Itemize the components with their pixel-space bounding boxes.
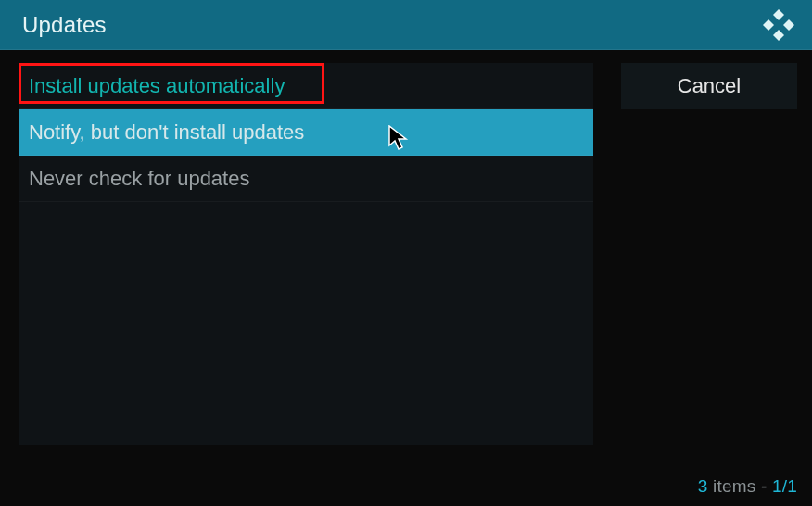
kodi-logo-icon (762, 8, 795, 42)
cancel-button-label: Cancel (678, 74, 741, 98)
status-bar: 3 items - 1/1 (698, 476, 797, 497)
svg-marker-2 (773, 30, 784, 41)
status-items-word-text: items (713, 476, 755, 496)
option-never-check[interactable]: Never check for updates (19, 156, 593, 202)
status-count: 3 (698, 476, 708, 496)
options-panel: Install updates automatically Notify, bu… (19, 63, 593, 445)
option-label: Notify, but don't install updates (29, 120, 304, 145)
updates-dialog: Updates Install updates automatically (0, 0, 812, 506)
option-install-automatically[interactable]: Install updates automatically (19, 63, 593, 109)
option-label: Never check for updates (29, 167, 249, 191)
dialog-title: Updates (22, 12, 107, 38)
titlebar: Updates (0, 0, 812, 50)
dialog-body: Install updates automatically Notify, bu… (0, 50, 812, 456)
options-pane: Install updates automatically Notify, bu… (0, 50, 612, 456)
svg-marker-1 (783, 19, 794, 31)
option-label: Install updates automatically (29, 74, 285, 98)
svg-marker-3 (763, 19, 774, 31)
cancel-button[interactable]: Cancel (621, 63, 797, 109)
status-page: 1/1 (772, 476, 797, 496)
svg-marker-0 (773, 9, 784, 20)
option-notify-only[interactable]: Notify, but don't install updates (19, 109, 593, 156)
side-actions-pane: Cancel (612, 50, 812, 456)
status-separator: - (761, 476, 772, 496)
